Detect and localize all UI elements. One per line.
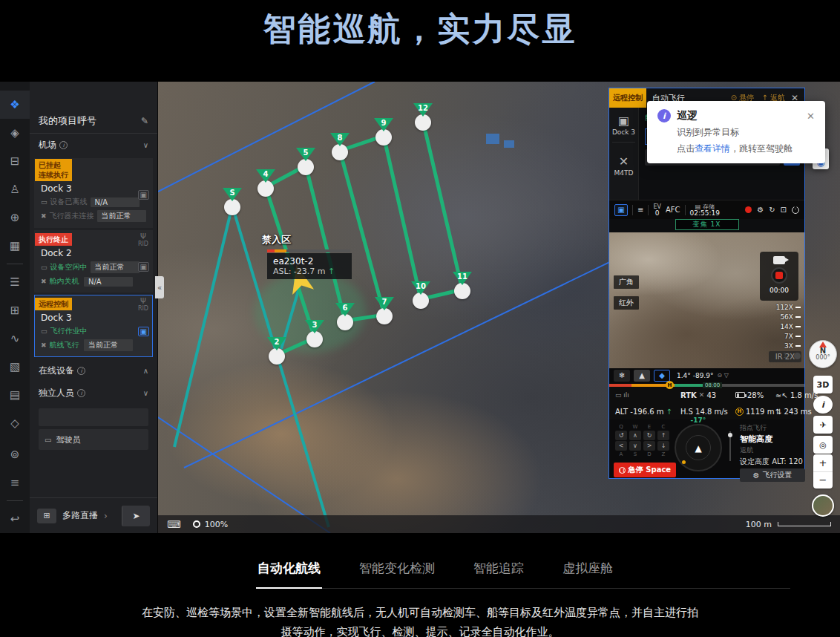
payload-icon[interactable]: ⊕ bbox=[0, 203, 30, 232]
tab-自动化航线[interactable]: 自动化航线 bbox=[256, 555, 322, 589]
personnel-search-input[interactable] bbox=[39, 408, 148, 426]
zoom-level-112X[interactable]: 112X bbox=[776, 304, 801, 311]
view-details-link[interactable]: 查看详情 bbox=[695, 143, 730, 154]
dock-device-item[interactable]: ▣ Dock 3 bbox=[609, 108, 638, 136]
task-plan-icon[interactable]: ☰ bbox=[0, 268, 30, 296]
schedule-icon[interactable]: ⊞ bbox=[0, 296, 30, 324]
site-icon[interactable]: ▦ bbox=[0, 232, 30, 260]
section-online-devices[interactable]: 在线设备 i ∧ bbox=[30, 359, 157, 382]
zoom-level-3X[interactable]: 3X bbox=[776, 342, 801, 350]
scale-bracket bbox=[778, 522, 831, 526]
record-icon[interactable] bbox=[745, 206, 752, 213]
control-key[interactable]: ↓ bbox=[657, 441, 669, 451]
pilot-item[interactable]: ▭ 驾驶员 bbox=[39, 429, 148, 450]
map-zoom-indicator[interactable]: 100% bbox=[193, 520, 228, 529]
gimbal-slider[interactable] bbox=[729, 431, 731, 461]
focus-icon[interactable]: ◆ bbox=[654, 370, 670, 382]
tab-虚拟座舱[interactable]: 虚拟座舱 bbox=[561, 555, 614, 588]
record-stop-button[interactable] bbox=[771, 267, 787, 284]
attitude-compass[interactable]: ▲ bbox=[675, 424, 722, 471]
section-personnel[interactable]: 独立人员 i ∨ bbox=[30, 382, 157, 404]
close-icon[interactable]: ✕ bbox=[807, 111, 815, 122]
zoom-in-button[interactable]: + bbox=[813, 454, 833, 472]
control-key[interactable]: ↺ bbox=[615, 431, 627, 440]
pilot-icon[interactable]: ♙ bbox=[0, 175, 30, 203]
refresh-icon[interactable]: ↻ bbox=[769, 206, 775, 214]
flight-log-icon[interactable]: ∿ bbox=[0, 324, 30, 353]
report-icon[interactable]: ▤ bbox=[0, 381, 30, 409]
no-entry-zone-label: 禁入区 bbox=[262, 233, 291, 246]
projects-icon[interactable]: ❖ bbox=[0, 91, 30, 119]
section-airport[interactable]: 机场 i ∨ bbox=[30, 134, 157, 156]
ev-indicator[interactable]: EV 0 bbox=[653, 203, 661, 217]
keyboard-icon[interactable]: ⌨ bbox=[167, 519, 181, 530]
livestream-icon[interactable]: ▣ bbox=[138, 190, 149, 200]
control-key[interactable]: ↑ bbox=[657, 431, 669, 440]
emergency-stop-button[interactable]: ❙❙ 急停 Space bbox=[614, 463, 676, 477]
fullscreen-icon[interactable]: ⊡ bbox=[781, 206, 787, 214]
infrared-tab[interactable]: 红外 bbox=[614, 296, 639, 310]
model-3d-icon[interactable]: ◇ bbox=[0, 409, 30, 437]
dock-icon[interactable]: ⊟ bbox=[0, 147, 30, 175]
gear-icon[interactable]: ⚙ bbox=[757, 206, 764, 214]
scene-mode-icon[interactable]: ▲ bbox=[634, 370, 650, 382]
chevron-right-icon[interactable]: › bbox=[104, 511, 108, 521]
notification-action-line: 点击查看详情，跳转至驾驶舱 bbox=[677, 143, 815, 155]
icon-rail: ❖◈⊟♙⊕▦☰⊞∿▧▤◇⊚≡↩ bbox=[0, 82, 30, 533]
record-time: 00:00 bbox=[770, 287, 789, 294]
project-title: 我的项目呼号 bbox=[39, 114, 96, 128]
drone-icon: ✖ bbox=[41, 212, 47, 220]
multicast-label[interactable]: 多路直播 bbox=[62, 509, 98, 522]
defog-icon[interactable]: ❄ bbox=[614, 370, 630, 382]
map-aircraft-button[interactable]: ✈ bbox=[813, 416, 833, 434]
camera-toolbar: ▣ ≡ EV 0 AFC ▤ 存储 02:55:19 ⚙ ↻ ⊡ bbox=[609, 200, 804, 219]
sliders-icon[interactable]: ≡ bbox=[637, 206, 643, 214]
flight-control-area: QWEC↺∧↻↑<∨>↓ASDZ ❙❙ 急停 Space -17° ▲ 指点飞行… bbox=[609, 419, 804, 478]
control-key[interactable]: ∧ bbox=[629, 431, 641, 440]
dock-card-3[interactable]: 远程控制 ΨRID Dock 3 ▭ 飞行作业中 ✖ 航线飞行 当前正常 ▣ bbox=[34, 295, 153, 357]
aircraft-device-item[interactable]: ✕ M4TD bbox=[609, 148, 638, 177]
multicast-grid-icon[interactable]: ⊞ bbox=[37, 509, 56, 523]
panel-collapse-handle[interactable]: « bbox=[155, 276, 164, 298]
tab-智能追踪[interactable]: 智能追踪 bbox=[472, 555, 525, 588]
device-column: ▣ Dock 3 ✕ M4TD bbox=[609, 108, 639, 200]
zoom-out-button[interactable]: − bbox=[813, 472, 833, 489]
control-key[interactable]: ∨ bbox=[629, 441, 641, 451]
control-key[interactable]: > bbox=[643, 441, 655, 451]
zoom-level-56X[interactable]: 56X bbox=[776, 313, 801, 321]
map-layer-toggle[interactable] bbox=[812, 494, 834, 517]
flight-settings-button[interactable]: ⚙ 飞行设置 bbox=[740, 468, 805, 482]
screen-icon[interactable]: ▣ bbox=[614, 204, 628, 216]
map-compass[interactable]: N 000° bbox=[809, 340, 837, 368]
home-dot bbox=[682, 460, 686, 464]
aircraft-icon[interactable]: ◈ bbox=[0, 119, 30, 147]
camera-feed[interactable]: 广角 红外 00:00 112X56X14X7X3X1X IR 2X bbox=[609, 232, 804, 368]
camera-zoom-button[interactable]: 变焦 1X bbox=[675, 219, 739, 230]
zoom-level-14X[interactable]: 14X bbox=[776, 323, 801, 330]
control-key[interactable]: ↻ bbox=[643, 431, 655, 440]
wide-angle-tab[interactable]: 广角 bbox=[614, 275, 639, 289]
map-locate-button[interactable]: ◎ bbox=[813, 436, 833, 454]
device-log-icon[interactable]: ≡ bbox=[0, 468, 30, 497]
control-key[interactable]: < bbox=[615, 441, 627, 451]
livestream-icon[interactable]: ▣ bbox=[138, 327, 149, 336]
edit-icon[interactable]: ✎ bbox=[141, 116, 148, 126]
livestream-icon[interactable]: ▣ bbox=[138, 262, 149, 272]
media-icon[interactable]: ▧ bbox=[0, 353, 30, 381]
dock-card-1[interactable]: 已挂起 连续执行 Dock 3 ▭ 设备已离线 N/A ✖ 飞行器未连接 当前正… bbox=[34, 158, 153, 228]
fly-to-button[interactable]: ➤ bbox=[122, 506, 150, 526]
ir-zoom-chip[interactable]: IR 2X bbox=[769, 351, 801, 362]
dock-card-2[interactable]: 执行终止 ΨRID Dock 2 ▭ 设备空闲中 当前正常 ✖ 舱内关机 N/A… bbox=[34, 230, 153, 293]
afc-indicator[interactable]: AFC bbox=[666, 206, 680, 214]
mode-return[interactable]: 返航 bbox=[740, 445, 804, 456]
tab-智能变化检测[interactable]: 智能变化检测 bbox=[358, 555, 436, 588]
video-camera-icon[interactable] bbox=[773, 256, 785, 264]
feature-tabs: 自动化航线智能变化检测智能追踪虚拟座舱 bbox=[256, 555, 790, 589]
globe-icon[interactable]: ⊚ bbox=[0, 440, 30, 468]
power-icon[interactable] bbox=[792, 206, 799, 214]
mode-waypoint[interactable]: 指点飞行 bbox=[740, 422, 804, 434]
mode-smart-height[interactable]: 智能高度 bbox=[740, 434, 804, 445]
zoom-level-7X[interactable]: 7X bbox=[776, 333, 801, 340]
exit-icon[interactable]: ↩ bbox=[0, 505, 30, 533]
drone-progress-bar bbox=[267, 249, 350, 252]
